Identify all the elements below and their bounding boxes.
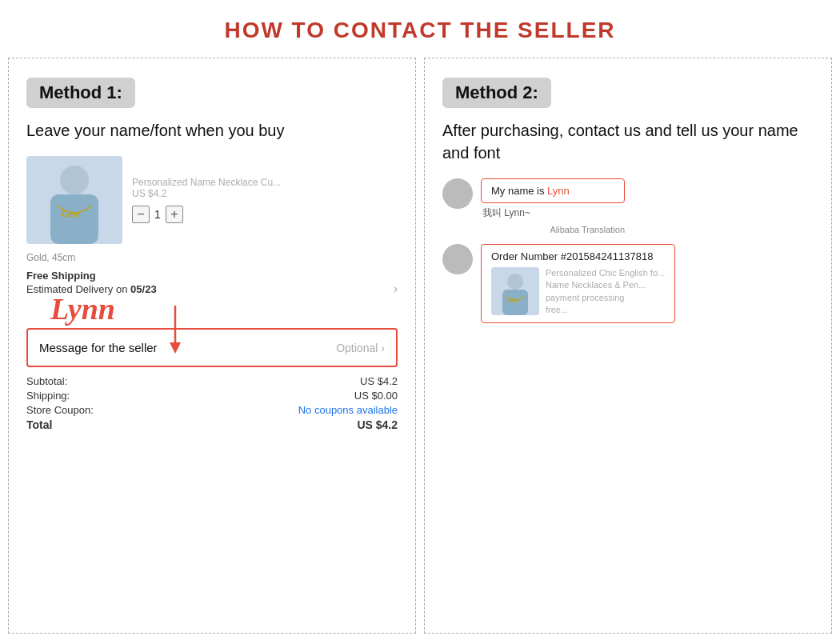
product-info: Personalized Name Necklace Cu... US $4.2… (132, 177, 281, 223)
chat-translation: 我叫 Lynn~ (481, 206, 625, 220)
message-for-seller-box[interactable]: Message for the seller Optional › (26, 328, 398, 367)
subtotal-row: Subtotal: US $4.2 (26, 375, 398, 387)
coupon-value[interactable]: No coupons available (298, 404, 398, 416)
product-blurred-4: free... (546, 304, 665, 316)
chat-bubble-group-1: My name is Lynn 我叫 Lynn~ Alibaba Transla… (481, 178, 625, 234)
svg-text:Gitty: Gitty (507, 298, 519, 304)
total-value: US $4.2 (357, 418, 398, 431)
chat-row-2: Order Number #201584241137818 Gitty (442, 244, 814, 323)
order-bubble: Order Number #201584241137818 Gitty (481, 244, 675, 323)
svg-point-11 (507, 274, 523, 290)
page-title: HOW TO CONTACT THE SELLER (0, 0, 840, 58)
method2-desc: After purchasing, contact us and tell us… (442, 119, 814, 164)
product-blurred-1: Personalized Chic English fo... (546, 267, 665, 279)
coupon-row: Store Coupon: No coupons available (26, 404, 398, 416)
down-arrow (166, 306, 184, 354)
quantity-row: − 1 + (132, 206, 281, 223)
subtotal-label: Subtotal: (26, 375, 67, 387)
avatar-2 (442, 244, 473, 274)
variant-label: Gold, 45cm (26, 252, 398, 263)
svg-rect-2 (50, 194, 98, 244)
left-column: Method 1: Leave your name/font when you … (8, 58, 416, 634)
total-label: Total (26, 418, 52, 431)
method1-desc: Leave your name/font when you buy (26, 119, 398, 142)
svg-marker-5 (170, 342, 181, 354)
svg-text:Gitty: Gitty (62, 209, 79, 218)
lynn-label: Lynn (50, 291, 115, 326)
lynn-arrow-row: Lynn (26, 298, 398, 326)
method2-badge: Method 2: (442, 78, 551, 108)
chat-section: My name is Lynn 我叫 Lynn~ Alibaba Transla… (442, 178, 814, 323)
message-label: Message for the seller (39, 341, 158, 354)
qty-value: 1 (154, 208, 161, 221)
necklace-svg: Gitty (26, 156, 122, 244)
chat-bubble-highlight: Lynn (547, 185, 570, 197)
svg-point-1 (60, 166, 89, 194)
svg-point-9 (446, 263, 469, 274)
shipping-total-value: US $0.00 (354, 390, 398, 402)
page-container: HOW TO CONTACT THE SELLER Method 1: Leav… (0, 0, 840, 634)
qty-plus-btn[interactable]: + (166, 206, 183, 223)
product-thumb-info: Personalized Chic English fo... Name Nec… (546, 267, 665, 317)
svg-point-6 (450, 182, 465, 197)
shipping-total-row: Shipping: US $0.00 (26, 390, 398, 402)
product-thumb-row: Gitty Personalized Chic English fo... Na… (491, 267, 665, 317)
coupon-label: Store Coupon: (26, 404, 94, 416)
svg-point-8 (450, 248, 465, 262)
order-label: Order Number #201584241137818 (491, 250, 653, 262)
product-price-blurred: US $4.2 (132, 188, 281, 199)
chat-bubble-group-2: Order Number #201584241137818 Gitty (481, 244, 675, 323)
product-blurred-2: Name Necklaces & Pen... (546, 279, 665, 291)
shipping-label: Free Shipping (26, 270, 96, 282)
svg-point-7 (446, 198, 469, 209)
product-image: Gitty (26, 156, 122, 244)
message-chevron: › (381, 342, 385, 354)
product-thumb: Gitty (491, 267, 539, 315)
totals-section: Subtotal: US $4.2 Shipping: US $0.00 Sto… (26, 375, 398, 431)
shipping-total-label: Shipping: (26, 390, 70, 402)
message-optional: Optional › (336, 342, 385, 354)
chat-row-1: My name is Lynn 我叫 Lynn~ Alibaba Transla… (442, 178, 814, 234)
shipping-chevron: › (394, 282, 398, 296)
product-preview: Gitty Personalized Name Necklace Cu... U… (26, 156, 398, 244)
subtotal-value: US $4.2 (360, 375, 398, 387)
translation-hint: Alibaba Translation (481, 225, 625, 234)
total-row: Total US $4.2 (26, 418, 398, 431)
product-blurred-3: payment processing (546, 292, 665, 304)
chat-bubble-1: My name is Lynn (481, 178, 625, 203)
qty-minus-btn[interactable]: − (132, 206, 150, 223)
product-title-blurred: Personalized Name Necklace Cu... (132, 177, 281, 188)
avatar-1 (442, 178, 473, 209)
columns-wrapper: Method 1: Leave your name/font when you … (8, 58, 832, 634)
right-column: Method 2: After purchasing, contact us a… (424, 58, 832, 634)
method1-badge: Method 1: (26, 78, 135, 108)
